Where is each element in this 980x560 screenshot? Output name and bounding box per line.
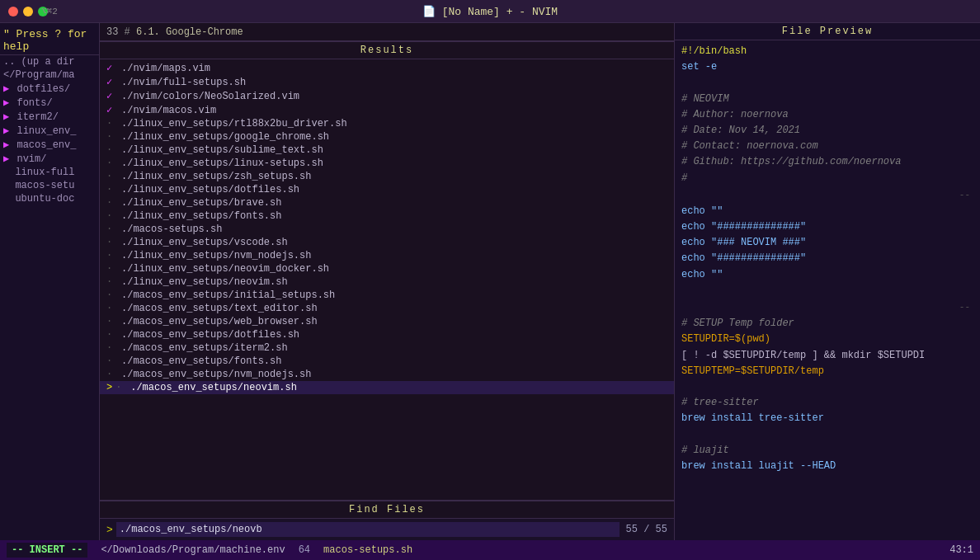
dot-icon: · bbox=[106, 118, 116, 129]
result-path: ./linux_env_setups/rtl88x2bu_driver.sh bbox=[121, 118, 347, 129]
result-item[interactable]: · ./linux_env_setups/google_chrome.sh bbox=[100, 130, 674, 144]
sidebar-item-macos-setu[interactable]: macos-setu bbox=[0, 179, 99, 192]
sidebar-label: ubuntu-doc bbox=[3, 193, 74, 205]
sidebar-item-program[interactable]: </Program/ma bbox=[0, 68, 99, 82]
dot-icon: · bbox=[106, 369, 116, 380]
result-item[interactable]: · ./linux_env_setups/dotfiles.sh bbox=[100, 183, 674, 196]
result-item[interactable]: · ./macos_env_setups/fonts.sh bbox=[100, 355, 674, 368]
result-item[interactable]: · ./macos_env_setups/dotfiles.sh bbox=[100, 328, 674, 341]
find-files-section: Find Files > 55 / 55 bbox=[100, 500, 674, 540]
result-path: ./macos_env_setups/dotfiles.sh bbox=[121, 329, 299, 341]
selection-arrow-icon: > bbox=[106, 382, 112, 393]
sidebar-label: nvim/ bbox=[11, 153, 46, 165]
sidebar-item-parent[interactable]: .. (up a dir bbox=[0, 55, 99, 68]
result-item[interactable]: ✓ ./nvim/colors/NeoSolarized.vim bbox=[100, 89, 674, 103]
sidebar-label: dotfiles/ bbox=[11, 83, 70, 95]
sidebar-item-fonts[interactable]: ▶ fonts/ bbox=[0, 96, 99, 110]
result-item-selected[interactable]: > · ./macos_env_setups/neovim.sh bbox=[100, 381, 674, 394]
find-files-input[interactable] bbox=[116, 522, 620, 537]
sidebar-label: macos-setu bbox=[3, 180, 74, 191]
dot-icon: · bbox=[106, 289, 116, 301]
result-path: ./macos_env_setups/web_browser.sh bbox=[121, 316, 318, 327]
dot-icon: · bbox=[106, 237, 116, 248]
result-item[interactable]: · ./linux_env_setups/vscode.sh bbox=[100, 236, 674, 249]
result-path: ./nvim/colors/NeoSolarized.vim bbox=[121, 91, 299, 102]
result-path: ./linux_env_setups/nvm_nodejs.sh bbox=[121, 250, 311, 261]
dot-icon: · bbox=[106, 276, 116, 288]
result-item[interactable]: · ./linux_env_setups/neovim_docker.sh bbox=[100, 262, 674, 275]
line-number: 33 bbox=[106, 26, 118, 38]
preview-line: brew install luajit --HEAD bbox=[681, 460, 836, 472]
result-item[interactable]: · ./linux_env_setups/brave.sh bbox=[100, 196, 674, 209]
dot-icon: · bbox=[106, 224, 116, 235]
result-path: ./macos_env_setups/iterm2.sh bbox=[121, 342, 288, 354]
result-path: ./linux_env_setups/google_chrome.sh bbox=[121, 131, 329, 143]
dot-icon: · bbox=[106, 316, 116, 327]
result-path: ./linux_env_setups/zsh_setups.sh bbox=[121, 171, 311, 182]
result-item[interactable]: · ./linux_env_setups/nvm_nodejs.sh bbox=[100, 249, 674, 262]
close-button[interactable] bbox=[8, 7, 18, 16]
result-item[interactable]: · ./macos_env_setups/text_editor.sh bbox=[100, 302, 674, 315]
result-item[interactable]: · ./macos_env_setups/web_browser.sh bbox=[100, 315, 674, 328]
result-item[interactable]: · ./linux_env_setups/rtl88x2bu_driver.sh bbox=[100, 117, 674, 130]
preview-line: # SETUP Temp folder bbox=[681, 318, 794, 329]
result-item[interactable]: · ./linux_env_setups/fonts.sh bbox=[100, 209, 674, 223]
minimize-button[interactable] bbox=[23, 7, 33, 16]
sidebar-label: linux-full bbox=[3, 167, 74, 178]
comment-char: # bbox=[118, 26, 136, 38]
preview-line: echo "##############" bbox=[681, 221, 806, 233]
results-list[interactable]: ✓ ./nvim/maps.vim ✓ ./nvim/full-setups.s… bbox=[100, 59, 674, 500]
status-line-number: 64 bbox=[299, 544, 310, 556]
preview-separator: -- bbox=[681, 302, 973, 313]
result-item[interactable]: · ./macos_env_setups/iterm2.sh bbox=[100, 341, 674, 355]
dot-icon: · bbox=[106, 158, 116, 169]
result-item[interactable]: · ./linux_env_setups/linux-setups.sh bbox=[100, 157, 674, 170]
result-item[interactable]: ✓ ./nvim/maps.vim bbox=[100, 61, 674, 75]
result-item[interactable]: ✓ ./nvim/macos.vim bbox=[100, 103, 674, 117]
result-path: ./linux_env_setups/vscode.sh bbox=[121, 237, 288, 248]
result-item[interactable]: ✓ ./nvim/full-setups.sh bbox=[100, 75, 674, 89]
preview-line: [ ! -d $SETUPDIR/temp ] && mkdir $SETUPD… bbox=[681, 350, 925, 361]
result-item[interactable]: · ./macos_env_setups/nvm_nodejs.sh bbox=[100, 368, 674, 381]
preview-header: File Preview bbox=[675, 23, 980, 40]
sidebar-item-dotfiles[interactable]: ▶ dotfiles/ bbox=[0, 82, 99, 96]
sidebar-item-linux-full[interactable]: linux-full bbox=[0, 166, 99, 179]
sidebar-item-iterm2[interactable]: ▶ iterm2/ bbox=[0, 110, 99, 124]
result-item[interactable]: · ./macos_env_setups/initial_setups.sh bbox=[100, 289, 674, 302]
find-input-row: > 55 / 55 bbox=[100, 519, 674, 540]
result-path: ./linux_env_setups/neovim_docker.sh bbox=[121, 263, 329, 275]
result-item[interactable]: · ./linux_env_setups/sublime_text.sh bbox=[100, 144, 674, 157]
sidebar-item-nvim[interactable]: ▶ nvim/ bbox=[0, 152, 99, 166]
window-title: 📄 [No Name] + - NVIM bbox=[422, 5, 558, 18]
result-path: ./linux_env_setups/neovim.sh bbox=[121, 276, 288, 288]
result-item[interactable]: · ./linux_env_setups/neovim.sh bbox=[100, 275, 674, 289]
preview-line: brew install tree-sitter bbox=[681, 412, 824, 424]
sidebar-item-ubuntu-doc[interactable]: ubuntu-doc bbox=[0, 192, 99, 205]
find-prompt: > bbox=[106, 524, 113, 536]
find-files-header: Find Files bbox=[100, 501, 674, 519]
result-path: ./nvim/macos.vim bbox=[121, 105, 216, 116]
result-item[interactable]: · ./linux_env_setups/zsh_setups.sh bbox=[100, 170, 674, 183]
preview-line: # tree-sitter bbox=[681, 397, 759, 408]
title-icon: 📄 bbox=[422, 6, 436, 18]
preview-line: echo "" bbox=[681, 205, 723, 217]
dot-icon: · bbox=[106, 171, 116, 182]
result-item[interactable]: · ./macos-setups.sh bbox=[100, 223, 674, 236]
check-icon: ✓ bbox=[106, 90, 116, 102]
check-icon: ✓ bbox=[106, 76, 116, 88]
file-tree-sidebar: " Press ? for help .. (up a dir </Progra… bbox=[0, 23, 99, 540]
dot-icon: · bbox=[106, 197, 116, 209]
preview-line: #!/bin/bash bbox=[681, 45, 747, 57]
preview-line: # Contact: noernova.com bbox=[681, 140, 818, 152]
sidebar-item-linux-env[interactable]: ▶ linux_env_ bbox=[0, 124, 99, 138]
result-path: ./nvim/full-setups.sh bbox=[121, 77, 246, 88]
prompt-text: " Press ? for help bbox=[3, 28, 96, 53]
results-section: Results ✓ ./nvim/maps.vim ✓ ./nvim/full-… bbox=[100, 41, 674, 500]
sidebar-label: </Program/ma bbox=[3, 69, 74, 81]
dot-icon: · bbox=[106, 144, 116, 156]
preview-line: # Github: https://github.com/noernova bbox=[681, 156, 901, 167]
result-path: ./macos_env_setups/text_editor.sh bbox=[121, 303, 318, 314]
sidebar-item-macos-env[interactable]: ▶ macos_env_ bbox=[0, 138, 99, 152]
status-cursor-position: 43:1 bbox=[949, 544, 973, 556]
check-icon: ✓ bbox=[106, 104, 116, 116]
